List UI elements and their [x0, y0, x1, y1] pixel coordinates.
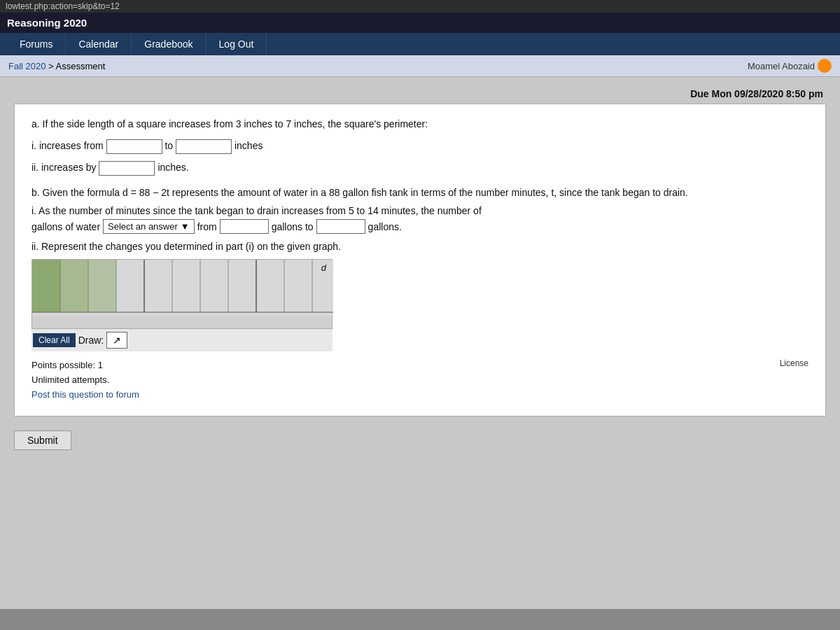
- nav-calendar[interactable]: Calendar: [66, 33, 132, 55]
- breadcrumb-course[interactable]: Fall 2020: [8, 61, 46, 71]
- app-title: Reasoning 2020: [0, 13, 840, 33]
- license-text: License: [780, 358, 808, 368]
- url-bar: lowtest.php:action=skip&to=12: [0, 0, 840, 13]
- gallons-row: gallons of water Select an answer ▼ from…: [31, 219, 808, 234]
- sub-ii-label: ii. increases by: [31, 162, 97, 173]
- gallons-label: gallons of water: [31, 221, 100, 232]
- chevron-down-icon: ▼: [181, 221, 190, 232]
- draw-arrow-icon: ↗: [113, 335, 121, 346]
- select-answer-dropdown[interactable]: Select an answer ▼: [103, 219, 195, 234]
- from-label: from: [197, 221, 217, 232]
- nav-logout[interactable]: Log Out: [206, 33, 267, 55]
- input-increases-to[interactable]: [176, 139, 232, 154]
- sub-b-i-prefix: i. As the number of minutes since the ta…: [31, 205, 808, 216]
- d-axis-label: d: [321, 262, 326, 273]
- sub-question-a-i: i. increases from to inches: [31, 139, 808, 154]
- sub-i-to: to: [164, 140, 173, 151]
- graph-svg: 10 20 30 40 50 60 70 80 90: [32, 260, 333, 316]
- sub-i-label: i. increases from: [31, 140, 104, 151]
- attempts: Unlimited attempts.: [31, 373, 139, 388]
- question-b-intro: b. Given the formula d = 88 − 2t represe…: [31, 187, 808, 198]
- svg-rect-13: [60, 260, 88, 312]
- sub-i-unit: inches: [234, 140, 262, 151]
- svg-text:70: 70: [220, 314, 229, 316]
- clear-all-button[interactable]: Clear All: [33, 333, 76, 347]
- due-date: Due Mon 09/28/2020 8:50 pm: [14, 84, 826, 104]
- breadcrumb-separator: >: [48, 61, 54, 71]
- breadcrumb-bar: Fall 2020 > Assessment Moamel Abozaid: [0, 55, 840, 77]
- gallons-end: gallons.: [368, 221, 402, 232]
- svg-text:50: 50: [164, 314, 173, 316]
- sub-b-ii-label: ii. Represent the changes you determined…: [31, 241, 341, 252]
- question-card: a. If the side length of a square increa…: [14, 104, 826, 416]
- graph-inner: d: [32, 260, 332, 316]
- svg-rect-14: [88, 260, 116, 312]
- draw-button[interactable]: ↗: [106, 332, 127, 349]
- input-increases-from[interactable]: [106, 139, 162, 154]
- input-gallons-from[interactable]: [220, 219, 269, 234]
- breadcrumb-page: Assessment: [56, 61, 106, 71]
- user-info: Moamel Abozaid: [748, 59, 832, 73]
- nav-forums[interactable]: Forums: [7, 33, 66, 55]
- section-b: b. Given the formula d = 88 − 2t represe…: [31, 187, 808, 351]
- graph-section: d: [31, 259, 332, 351]
- main-content: Due Mon 09/28/2020 8:50 pm a. If the sid…: [0, 77, 840, 609]
- graph-controls: Clear All Draw: ↗: [31, 329, 332, 351]
- svg-rect-12: [32, 260, 60, 312]
- points-info: Points possible: 1 Unlimited attempts. P…: [31, 358, 139, 402]
- input-increases-by[interactable]: [99, 161, 155, 176]
- svg-text:80: 80: [248, 314, 257, 316]
- footer-section: Points possible: 1 Unlimited attempts. P…: [31, 358, 808, 402]
- svg-text:10: 10: [52, 314, 61, 316]
- svg-text:90: 90: [276, 314, 285, 316]
- nav-gradebook[interactable]: Gradebook: [132, 33, 206, 55]
- svg-text:40: 40: [136, 314, 145, 316]
- draw-label: Draw:: [78, 335, 104, 346]
- gallons-to-label: gallons to: [272, 221, 314, 232]
- breadcrumb: Fall 2020 > Assessment: [8, 61, 105, 71]
- svg-text:20: 20: [80, 314, 89, 316]
- sub-question-a-ii: ii. increases by inches.: [31, 161, 808, 176]
- user-name: Moamel Abozaid: [748, 61, 815, 71]
- input-gallons-to[interactable]: [316, 219, 365, 234]
- sub-ii-unit: inches.: [158, 162, 188, 173]
- points-possible: Points possible: 1: [31, 358, 139, 373]
- svg-text:30: 30: [108, 314, 117, 316]
- graph-wrapper: d: [31, 259, 332, 329]
- sub-b-ii: ii. Represent the changes you determined…: [31, 241, 808, 252]
- user-avatar: [818, 59, 832, 73]
- submit-button[interactable]: Submit: [14, 430, 71, 450]
- svg-text:60: 60: [192, 314, 201, 316]
- nav-bar: Forums Calendar Gradebook Log Out: [0, 33, 840, 55]
- forum-link[interactable]: Post this question to forum: [31, 389, 139, 400]
- question-a-intro: a. If the side length of a square increa…: [31, 118, 808, 130]
